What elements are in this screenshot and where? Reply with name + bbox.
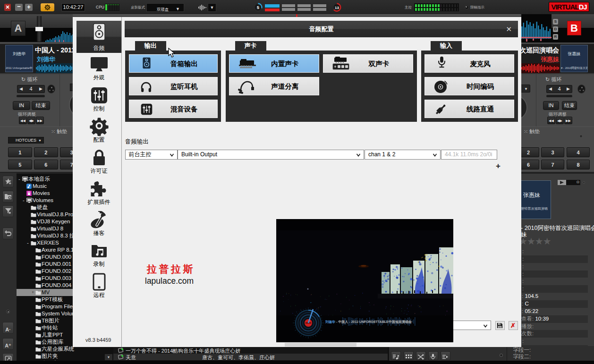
svg-text:5: 5	[257, 5, 259, 10]
svg-text:13: 13	[335, 6, 339, 10]
svg-text:刘德华 - 中国人 - 2011 UNFORGETTABLE: 刘德华 - 中国人 - 2011 UNFORGETTABLE中国巡回演唱会	[325, 320, 412, 324]
